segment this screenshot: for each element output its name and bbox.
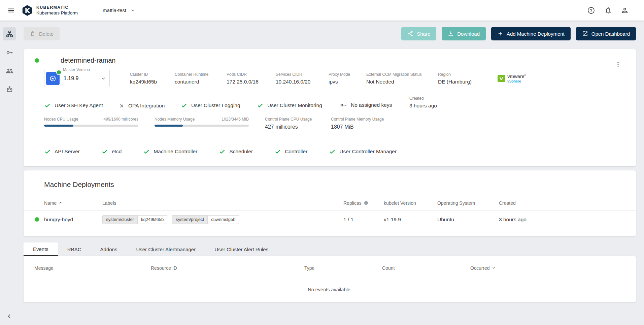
- sidebar-collapse-button[interactable]: [5, 312, 14, 321]
- feature-label: OPA Integration: [128, 103, 165, 109]
- machine-deployment-row[interactable]: hungry-boyd system/cluster kq249kf65b sy…: [24, 211, 636, 228]
- check-icon: [181, 102, 188, 109]
- hamburger-menu-icon[interactable]: [7, 6, 15, 15]
- cluster-toolbar: Delete Share Download Add Machine Deploy…: [24, 27, 636, 40]
- tab-user-cluster-alertmanager[interactable]: User Cluster Alertmanager: [127, 242, 205, 256]
- md-operating-system: Ubuntu: [437, 217, 499, 223]
- created-value: 3 hours ago: [409, 103, 437, 109]
- label-chip: system/cluster kq249kf65b: [102, 215, 167, 224]
- download-button[interactable]: Download: [442, 27, 486, 40]
- add-icon: [497, 31, 503, 37]
- machine-deployments-title: Machine Deployments: [44, 181, 636, 189]
- info-label: Region: [438, 72, 498, 77]
- column-header-resource-id: Resource ID: [151, 265, 304, 271]
- column-header-message: Message: [34, 265, 151, 271]
- provider-product: vSphere: [507, 79, 526, 83]
- delete-button[interactable]: Delete: [24, 27, 60, 40]
- metric-label: Control Plane Memory Usage: [331, 117, 384, 122]
- health-label: User Controller Manager: [339, 149, 397, 155]
- add-machine-deployment-button[interactable]: Add Machine Deployment: [491, 27, 571, 40]
- tab-events[interactable]: Events: [24, 242, 58, 256]
- feature-opa-integration: OPA Integration: [119, 103, 181, 109]
- control-plane-cpu-usage: Control Plane CPU Usage 427 millicores: [265, 117, 315, 130]
- project-selector[interactable]: mattia-test: [103, 7, 135, 13]
- md-kubelet-version: v1.19.9: [384, 217, 437, 223]
- health-scheduler: Scheduler: [219, 148, 253, 155]
- cluster-created: Created 3 hours ago: [409, 96, 437, 109]
- info-value: 10.240.16.0/20: [276, 79, 329, 85]
- health-controller: Controller: [274, 148, 307, 155]
- share-icon: [407, 31, 413, 37]
- main-content: Delete Share Download Add Machine Deploy…: [19, 21, 644, 325]
- column-header-operating-system: Operating System: [437, 200, 499, 206]
- cluster-actions-menu-button[interactable]: [612, 58, 624, 71]
- kubernetes-icon: ↑: [46, 72, 60, 85]
- info-label: Pods CIDR: [227, 72, 276, 77]
- column-header-created: Created: [499, 200, 626, 206]
- check-icon: [219, 148, 226, 155]
- download-button-label: Download: [457, 31, 480, 37]
- events-header: Message Resource ID Type Count Occurred: [24, 256, 636, 280]
- ssh-keys-label: No assigned keys: [351, 102, 392, 108]
- health-user-controller-manager: User Controller Manager: [329, 148, 397, 155]
- sidebar-item-service-accounts[interactable]: [3, 83, 16, 96]
- chevron-down-icon: [101, 76, 106, 81]
- column-header-name[interactable]: Name: [44, 200, 102, 206]
- master-version-label: Master Version: [61, 67, 92, 72]
- info-icon[interactable]: [364, 200, 369, 205]
- sort-desc-icon: [492, 266, 496, 270]
- control-plane-memory-usage: Control Plane Memory Usage 1807 MiB: [331, 117, 384, 130]
- info-value: DE (Hamburg): [438, 79, 498, 85]
- check-icon: [44, 148, 51, 155]
- share-button[interactable]: Share: [401, 27, 436, 40]
- sidebar-item-ssh-keys[interactable]: [3, 45, 16, 59]
- control-plane-health-row: API Server etcd Machine Controller Sched…: [24, 139, 636, 166]
- feature-user-cluster-logging: User Cluster Logging: [181, 102, 257, 109]
- master-version-select[interactable]: Master Version ↑ 1.19.9: [44, 70, 110, 87]
- info-value: ipvs: [329, 79, 366, 85]
- column-header-kubelet-version: kubelet Version: [384, 200, 437, 206]
- health-label: etcd: [112, 149, 122, 155]
- nodes-cpu-progressbar: [44, 125, 138, 127]
- column-header-labels: Labels: [102, 200, 343, 206]
- health-etcd: etcd: [101, 148, 122, 155]
- feature-user-cluster-monitoring: User Cluster Monitoring: [257, 102, 340, 109]
- check-icon: [257, 102, 264, 109]
- brand-text: KUBERMATIC Kubernetes Platform: [36, 5, 78, 15]
- metric-value: 427 millicores: [265, 124, 315, 130]
- events-panel: Message Resource ID Type Count Occurred …: [24, 256, 636, 302]
- add-machine-deployment-label: Add Machine Deployment: [507, 31, 565, 37]
- tab-user-cluster-alert-rules[interactable]: User Cluster Alert Rules: [205, 242, 278, 256]
- feature-label: User Cluster Monitoring: [267, 102, 322, 108]
- help-icon[interactable]: ?: [587, 6, 596, 15]
- info-value: Not Needed: [366, 79, 438, 85]
- cluster-tabs: Events RBAC Addons User Cluster Alertman…: [24, 242, 636, 256]
- info-label: Services CIDR: [276, 72, 329, 77]
- metric-value: 1807 MiB: [331, 124, 384, 130]
- delete-button-label: Delete: [39, 31, 54, 37]
- notifications-icon[interactable]: [604, 6, 612, 15]
- user-icon[interactable]: [620, 6, 629, 15]
- tab-addons[interactable]: Addons: [91, 242, 127, 256]
- sidebar-item-clusters[interactable]: [3, 27, 16, 40]
- brand[interactable]: KUBERMATIC Kubernetes Platform: [22, 5, 78, 16]
- ssh-keys-status[interactable]: No assigned keys: [340, 101, 409, 109]
- md-created: 3 hours ago: [499, 217, 626, 223]
- column-header-replicas: Replicas: [343, 200, 384, 206]
- created-label: Created: [409, 96, 437, 101]
- feature-label: User Cluster Logging: [191, 102, 240, 108]
- open-dashboard-button[interactable]: Open Dashboard: [576, 27, 636, 40]
- vsphere-logo: [498, 75, 505, 82]
- sidebar: [0, 21, 19, 325]
- label-chip: system/project c5wnmslg5b: [172, 215, 239, 224]
- kubermatic-logo: [22, 5, 33, 16]
- column-header-occurred[interactable]: Occurred: [470, 265, 625, 271]
- clusters-icon: [6, 30, 13, 38]
- update-available-icon: ↑: [56, 70, 62, 75]
- sidebar-item-members[interactable]: [3, 64, 16, 77]
- download-icon: [448, 31, 454, 37]
- metric-label: Nodes CPU Usage: [44, 117, 78, 122]
- tab-rbac[interactable]: RBAC: [58, 242, 91, 256]
- feature-ssh-key-agent: User SSH Key Agent: [44, 102, 119, 109]
- sort-asc-icon: [59, 201, 62, 205]
